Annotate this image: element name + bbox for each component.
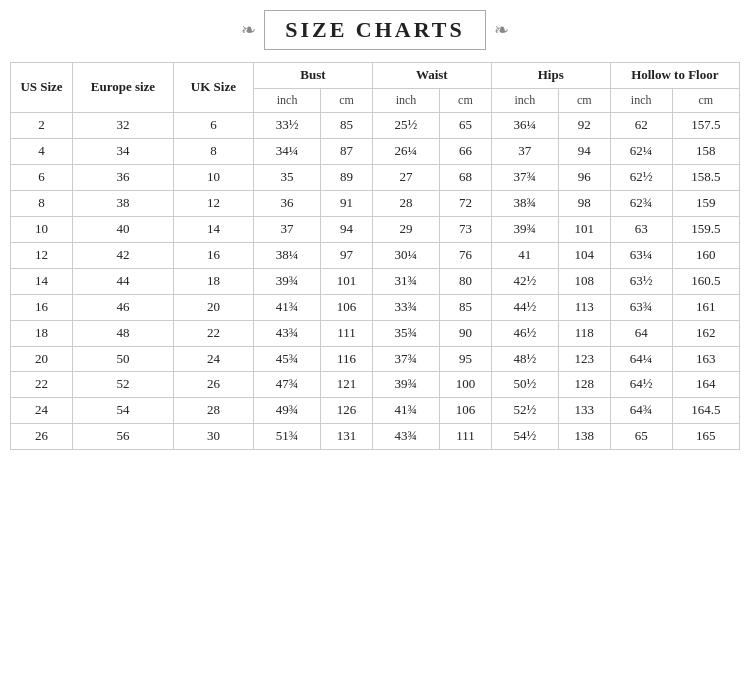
cell-htf_inch: 64½ <box>610 372 672 398</box>
table-row: 22522647¾12139¾10050½12864½164 <box>11 372 740 398</box>
cell-us: 2 <box>11 113 73 139</box>
cell-us: 12 <box>11 242 73 268</box>
cell-us: 6 <box>11 165 73 191</box>
cell-htf_inch: 65 <box>610 424 672 450</box>
cell-waist_cm: 90 <box>440 320 492 346</box>
table-row: 636103589276837¾9662½158.5 <box>11 165 740 191</box>
cell-htf_cm: 158.5 <box>672 165 739 191</box>
cell-htf_cm: 163 <box>672 346 739 372</box>
header-us: US Size <box>11 63 73 113</box>
table-row: 12421638¼9730¼764110463¼160 <box>11 242 740 268</box>
cell-eu: 38 <box>73 191 174 217</box>
cell-waist_cm: 66 <box>440 139 492 165</box>
right-ornament: ❧ <box>494 19 509 41</box>
cell-hips_inch: 42½ <box>491 268 558 294</box>
cell-hips_inch: 46½ <box>491 320 558 346</box>
cell-waist_cm: 95 <box>440 346 492 372</box>
cell-uk: 8 <box>173 139 253 165</box>
cell-hips_cm: 104 <box>558 242 610 268</box>
cell-htf_inch: 62¼ <box>610 139 672 165</box>
cell-us: 24 <box>11 398 73 424</box>
header-row-main: US Size Europe size UK Size Bust Waist H… <box>11 63 740 89</box>
title-section: ❧ SIZE CHARTS ❧ <box>10 10 740 50</box>
cell-us: 16 <box>11 294 73 320</box>
cell-htf_cm: 161 <box>672 294 739 320</box>
cell-bust_cm: 111 <box>321 320 373 346</box>
cell-hips_inch: 50½ <box>491 372 558 398</box>
cell-bust_cm: 94 <box>321 217 373 243</box>
cell-waist_inch: 25½ <box>372 113 439 139</box>
cell-hips_cm: 123 <box>558 346 610 372</box>
cell-eu: 40 <box>73 217 174 243</box>
header-hips: Hips <box>491 63 610 89</box>
cell-eu: 34 <box>73 139 174 165</box>
cell-waist_inch: 31¾ <box>372 268 439 294</box>
table-row: 18482243¾11135¾9046½11864162 <box>11 320 740 346</box>
header-htf: Hollow to Floor <box>610 63 739 89</box>
cell-waist_cm: 65 <box>440 113 492 139</box>
cell-hips_cm: 118 <box>558 320 610 346</box>
size-chart-table: US Size Europe size UK Size Bust Waist H… <box>10 62 740 450</box>
bust-inch-label: inch <box>253 88 320 113</box>
cell-uk: 20 <box>173 294 253 320</box>
cell-bust_inch: 34¼ <box>253 139 320 165</box>
table-row: 838123691287238¾9862¾159 <box>11 191 740 217</box>
cell-eu: 52 <box>73 372 174 398</box>
cell-waist_cm: 100 <box>440 372 492 398</box>
cell-bust_cm: 101 <box>321 268 373 294</box>
cell-hips_cm: 98 <box>558 191 610 217</box>
cell-uk: 18 <box>173 268 253 294</box>
cell-waist_inch: 29 <box>372 217 439 243</box>
cell-waist_cm: 111 <box>440 424 492 450</box>
cell-htf_cm: 158 <box>672 139 739 165</box>
cell-waist_inch: 41¾ <box>372 398 439 424</box>
cell-us: 8 <box>11 191 73 217</box>
cell-bust_cm: 91 <box>321 191 373 217</box>
cell-hips_inch: 37 <box>491 139 558 165</box>
cell-eu: 44 <box>73 268 174 294</box>
cell-htf_inch: 63¾ <box>610 294 672 320</box>
cell-us: 18 <box>11 320 73 346</box>
table-row: 1040143794297339¾10163159.5 <box>11 217 740 243</box>
htf-inch-label: inch <box>610 88 672 113</box>
cell-waist_cm: 68 <box>440 165 492 191</box>
cell-bust_cm: 131 <box>321 424 373 450</box>
cell-waist_cm: 76 <box>440 242 492 268</box>
cell-hips_inch: 36¼ <box>491 113 558 139</box>
cell-htf_inch: 62½ <box>610 165 672 191</box>
cell-hips_cm: 92 <box>558 113 610 139</box>
cell-htf_inch: 62¾ <box>610 191 672 217</box>
table-row: 14441839¾10131¾8042½10863½160.5 <box>11 268 740 294</box>
cell-us: 10 <box>11 217 73 243</box>
cell-eu: 48 <box>73 320 174 346</box>
page-wrapper: ❧ SIZE CHARTS ❧ US Size Europe size UK S… <box>0 0 750 460</box>
table-row: 16462041¾10633¾8544½11363¾161 <box>11 294 740 320</box>
cell-bust_inch: 49¾ <box>253 398 320 424</box>
cell-uk: 16 <box>173 242 253 268</box>
cell-bust_cm: 106 <box>321 294 373 320</box>
hips-inch-label: inch <box>491 88 558 113</box>
cell-eu: 56 <box>73 424 174 450</box>
cell-bust_inch: 45¾ <box>253 346 320 372</box>
cell-bust_inch: 41¾ <box>253 294 320 320</box>
cell-waist_cm: 80 <box>440 268 492 294</box>
cell-uk: 22 <box>173 320 253 346</box>
table-body: 232633½8525½6536¼9262157.5434834¼8726¼66… <box>11 113 740 450</box>
cell-waist_inch: 35¾ <box>372 320 439 346</box>
cell-bust_cm: 85 <box>321 113 373 139</box>
cell-eu: 54 <box>73 398 174 424</box>
header-eu: Europe size <box>73 63 174 113</box>
cell-waist_inch: 28 <box>372 191 439 217</box>
cell-bust_cm: 89 <box>321 165 373 191</box>
cell-us: 14 <box>11 268 73 294</box>
header-bust: Bust <box>253 63 372 89</box>
cell-htf_inch: 64 <box>610 320 672 346</box>
cell-htf_inch: 64¼ <box>610 346 672 372</box>
cell-htf_cm: 159.5 <box>672 217 739 243</box>
table-row: 232633½8525½6536¼9262157.5 <box>11 113 740 139</box>
page-title: SIZE CHARTS <box>264 10 486 50</box>
header-waist: Waist <box>372 63 491 89</box>
cell-waist_cm: 85 <box>440 294 492 320</box>
cell-hips_cm: 113 <box>558 294 610 320</box>
htf-cm-label: cm <box>672 88 739 113</box>
